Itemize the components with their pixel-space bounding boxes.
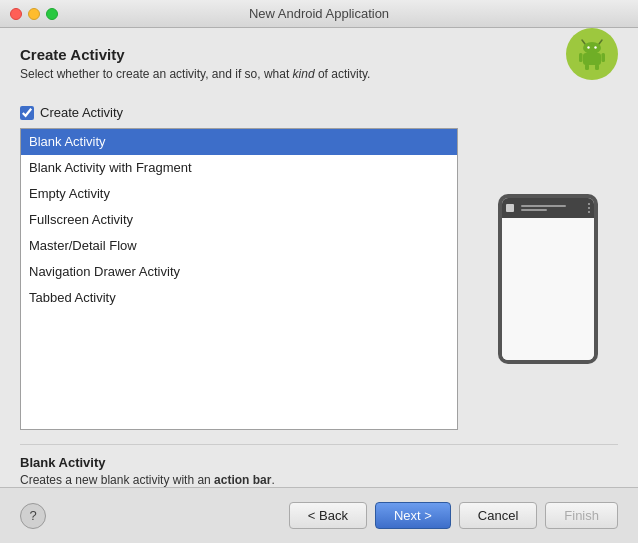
phone-ab-lines <box>521 205 585 211</box>
svg-point-2 <box>583 42 601 54</box>
list-item[interactable]: Navigation Drawer Activity <box>21 259 457 285</box>
phone-actionbar <box>502 198 594 218</box>
list-item[interactable]: Blank Activity with Fragment <box>21 155 457 181</box>
button-group: < Back Next > Cancel Finish <box>289 502 618 529</box>
window-title: New Android Application <box>249 6 389 21</box>
svg-point-4 <box>594 46 596 48</box>
phone-ab-square <box>506 204 514 212</box>
main-content: Create Activity Select whether to create… <box>0 28 638 487</box>
phone-ab-dot <box>588 207 590 209</box>
phone-frame <box>498 194 598 364</box>
phone-ab-dot <box>588 211 590 213</box>
svg-rect-9 <box>595 64 599 70</box>
help-button[interactable]: ? <box>20 503 46 529</box>
two-column-layout: Blank Activity Blank Activity with Fragm… <box>20 128 618 430</box>
svg-rect-8 <box>585 64 589 70</box>
svg-rect-6 <box>579 53 583 62</box>
phone-screen <box>502 198 594 360</box>
page-title: Create Activity <box>20 46 566 63</box>
android-logo <box>566 28 618 80</box>
activity-list[interactable]: Blank Activity Blank Activity with Fragm… <box>20 128 458 430</box>
page-subtitle: Select whether to create an activity, an… <box>20 67 566 81</box>
svg-rect-7 <box>602 53 606 62</box>
phone-ab-line <box>521 205 566 207</box>
phone-ab-dots <box>588 203 590 213</box>
create-activity-checkbox[interactable] <box>20 106 34 120</box>
description-title: Blank Activity <box>20 455 618 470</box>
svg-point-3 <box>587 46 589 48</box>
list-item[interactable]: Tabbed Activity <box>21 285 457 311</box>
svg-line-1 <box>599 40 602 44</box>
description-text: Creates a new blank activity with an act… <box>20 473 618 487</box>
list-item[interactable]: Fullscreen Activity <box>21 207 457 233</box>
list-item[interactable]: Blank Activity <box>21 129 457 155</box>
title-bar: New Android Application <box>0 0 638 28</box>
finish-button[interactable]: Finish <box>545 502 618 529</box>
svg-line-0 <box>582 40 585 44</box>
create-activity-checkbox-row[interactable]: Create Activity <box>20 105 618 120</box>
header-row: Create Activity Select whether to create… <box>20 46 618 95</box>
list-item[interactable]: Master/Detail Flow <box>21 233 457 259</box>
list-item[interactable]: Empty Activity <box>21 181 457 207</box>
android-icon <box>574 36 610 72</box>
bottom-bar: ? < Back Next > Cancel Finish <box>0 487 638 543</box>
minimize-button[interactable] <box>28 8 40 20</box>
back-button[interactable]: < Back <box>289 502 367 529</box>
window-controls <box>10 8 58 20</box>
create-activity-label: Create Activity <box>40 105 123 120</box>
phone-preview <box>478 128 618 430</box>
description-section: Blank Activity Creates a new blank activ… <box>20 444 618 487</box>
maximize-button[interactable] <box>46 8 58 20</box>
close-button[interactable] <box>10 8 22 20</box>
phone-ab-dot <box>588 203 590 205</box>
header-left: Create Activity Select whether to create… <box>20 46 566 95</box>
cancel-button[interactable]: Cancel <box>459 502 537 529</box>
phone-ab-line-short <box>521 209 547 211</box>
svg-rect-5 <box>583 53 601 65</box>
phone-body <box>502 218 594 360</box>
next-button[interactable]: Next > <box>375 502 451 529</box>
